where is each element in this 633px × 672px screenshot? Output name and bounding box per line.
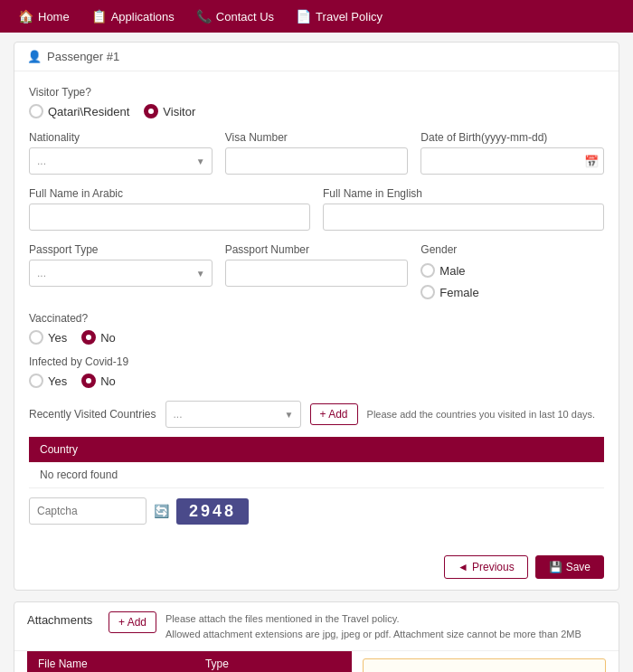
vaccinated-no-label: No xyxy=(100,331,116,345)
visitor-option[interactable]: Visitor xyxy=(144,104,195,118)
home-icon: 🏠 xyxy=(18,9,33,24)
refresh-icon[interactable]: 🔄 xyxy=(154,504,169,518)
info-panel-section: Passport : For visitors please attach a … xyxy=(363,651,606,672)
visited-hint: Please add the countries you visited in … xyxy=(367,409,596,420)
male-radio[interactable] xyxy=(420,263,435,278)
actions-header xyxy=(300,651,351,672)
infected-group: Yes No xyxy=(29,374,604,388)
nav-applications[interactable]: 📋 Applications xyxy=(82,5,184,27)
passenger-icon: 👤 xyxy=(27,50,42,63)
visited-countries-row: Recently Visited Countries ... ▼ + Add P… xyxy=(29,401,604,428)
nav-policy[interactable]: 📄 Travel Policy xyxy=(287,5,392,27)
save-label: Save xyxy=(566,561,590,573)
visa-label: Visa Number xyxy=(225,131,409,144)
nav-home[interactable]: 🏠 Home xyxy=(9,5,79,27)
countries-no-record-row: No record found xyxy=(29,462,604,488)
infected-label: Infected by Covid-19 xyxy=(29,355,604,368)
countries-table-header-row: Country xyxy=(29,437,604,462)
visitor-label: Visitor xyxy=(163,105,195,118)
passport-type-label: Passport Type xyxy=(29,243,213,256)
nav-contact[interactable]: 📞 Contact Us xyxy=(187,5,283,27)
navigation: 🏠 Home 📋 Applications 📞 Contact Us 📄 Tra… xyxy=(0,0,633,33)
gender-col: Gender Male Female xyxy=(420,243,604,299)
passport-type-select[interactable]: ... xyxy=(29,260,213,287)
applications-icon: 📋 xyxy=(91,9,107,24)
female-radio[interactable] xyxy=(420,285,435,299)
hint-line2: Allowed attachment extensions are jpg, j… xyxy=(165,627,581,642)
row-passport-gender: Passport Type ... ▼ Passport Number Gend… xyxy=(29,243,604,299)
passenger-title: Passenger #1 xyxy=(47,50,119,63)
filename-header: File Name xyxy=(27,651,194,672)
visited-countries-label: Recently Visited Countries xyxy=(29,408,156,421)
vaccinated-yes-radio[interactable] xyxy=(29,330,43,345)
hint-line1: Please attach the files mentioned in the… xyxy=(165,611,581,627)
male-label: Male xyxy=(439,264,465,278)
attachments-add-button[interactable]: + Add xyxy=(109,611,156,633)
visa-input[interactable] xyxy=(225,147,409,175)
captcha-code: 2948 xyxy=(176,498,249,525)
nationality-select-wrap: ... ▼ xyxy=(29,147,213,175)
countries-no-record: No record found xyxy=(29,462,604,488)
qatari-radio[interactable] xyxy=(29,104,43,118)
infected-no[interactable]: No xyxy=(81,374,116,388)
captcha-row: 🔄 2948 xyxy=(29,497,604,525)
attachments-table-section: File Name Type No record found xyxy=(27,651,352,672)
dob-col: Date of Birth(yyyy-mm-dd) 📅 xyxy=(420,131,604,175)
infected-yes[interactable]: Yes xyxy=(29,374,67,388)
infected-yes-radio[interactable] xyxy=(29,374,43,388)
type-header: Type xyxy=(194,651,301,672)
dob-input[interactable] xyxy=(420,147,604,175)
save-button[interactable]: 💾 Save xyxy=(535,555,604,579)
dob-label: Date of Birth(yyyy-mm-dd) xyxy=(420,131,604,144)
visitor-type-group: Qatari\Resident Visitor xyxy=(29,104,604,118)
vaccinated-no[interactable]: No xyxy=(81,330,116,345)
attachments-body: File Name Type No record found xyxy=(14,651,619,672)
vaccinated-no-radio[interactable] xyxy=(81,330,96,345)
infected-yes-label: Yes xyxy=(48,374,67,388)
gender-label: Gender xyxy=(420,243,604,256)
country-action-header xyxy=(450,437,604,462)
attachments-card: Attachments + Add Please attach the file… xyxy=(14,601,619,672)
passenger-header: 👤 Passenger #1 xyxy=(14,43,619,71)
previous-icon: ◄ xyxy=(458,561,468,573)
vaccinated-group: Yes No xyxy=(29,330,604,345)
infected-no-radio[interactable] xyxy=(81,374,96,388)
attachment-hint: Please attach the files mentioned in the… xyxy=(165,611,581,641)
vaccinated-yes-label: Yes xyxy=(48,331,67,345)
visited-countries-select[interactable]: ... xyxy=(165,401,301,428)
vaccinated-label: Vaccinated? xyxy=(29,312,604,325)
form-section: Visitor Type? Qatari\Resident Visitor Na… xyxy=(14,71,619,548)
passenger-card: 👤 Passenger #1 Visitor Type? Qatari\Resi… xyxy=(14,42,619,591)
vaccinated-yes[interactable]: Yes xyxy=(29,330,67,345)
nationality-col: Nationality ... ▼ xyxy=(29,131,213,175)
attachments-bottom-row: File Name Type No record found xyxy=(27,651,606,672)
passport-number-col: Passport Number xyxy=(225,243,409,287)
visitor-radio[interactable] xyxy=(144,104,158,118)
previous-label: Previous xyxy=(472,561,515,573)
visitor-type-label: Visitor Type? xyxy=(29,86,604,99)
gender-male[interactable]: Male xyxy=(420,263,604,278)
infected-section: Infected by Covid-19 Yes No xyxy=(29,355,604,388)
visited-add-button[interactable]: + Add xyxy=(310,403,358,425)
attachments-label: Attachments xyxy=(27,611,99,627)
previous-button[interactable]: ◄ Previous xyxy=(444,555,528,579)
name-arabic-input[interactable] xyxy=(29,203,310,231)
info-passport: Passport : For visitors please attach a … xyxy=(374,668,594,672)
captcha-input[interactable] xyxy=(29,497,146,525)
visa-col: Visa Number xyxy=(225,131,409,175)
qatari-label: Qatari\Resident xyxy=(48,105,129,118)
infected-no-label: No xyxy=(100,374,116,388)
qatari-option[interactable]: Qatari\Resident xyxy=(29,104,129,118)
nationality-label: Nationality xyxy=(29,131,213,144)
visited-select-wrap: ... ▼ xyxy=(165,401,301,428)
attachments-header-row: File Name Type xyxy=(27,651,352,672)
passport-number-input[interactable] xyxy=(225,260,409,287)
gender-female[interactable]: Female xyxy=(420,285,604,299)
name-english-input[interactable] xyxy=(323,203,604,231)
nationality-select[interactable]: ... xyxy=(29,147,213,175)
name-arabic-label: Full Name in Arabic xyxy=(29,187,310,200)
passport-type-col: Passport Type ... ▼ xyxy=(29,243,213,287)
save-icon: 💾 xyxy=(549,561,562,573)
name-english-label: Full Name in English xyxy=(323,187,604,200)
main-content: 👤 Passenger #1 Visitor Type? Qatari\Resi… xyxy=(5,42,628,672)
